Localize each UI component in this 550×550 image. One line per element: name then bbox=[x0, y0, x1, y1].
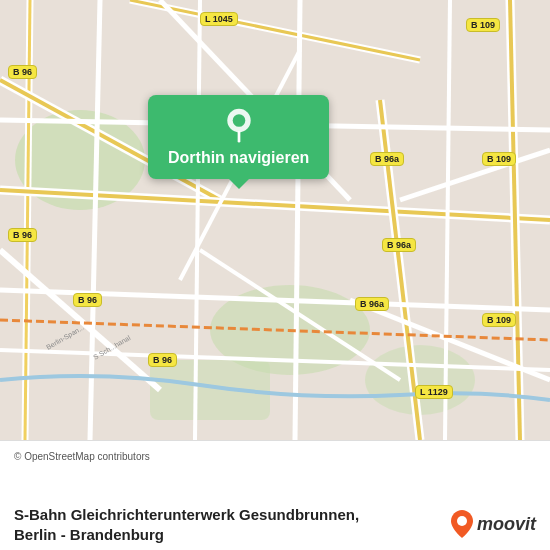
map-roads: Berlin-Span... S Sch...hanal bbox=[0, 0, 550, 440]
road-badge-b109-3: B 109 bbox=[482, 313, 516, 327]
location-pin-icon bbox=[221, 107, 257, 143]
svg-point-35 bbox=[457, 516, 467, 526]
road-badge-b96-3: B 96 bbox=[73, 293, 102, 307]
info-bar: © OpenStreetMap contributors S-Bahn Glei… bbox=[0, 440, 550, 550]
map-attribution: © OpenStreetMap contributors bbox=[14, 451, 536, 462]
road-badge-l1045: L 1045 bbox=[200, 12, 238, 26]
road-badge-b96-4: B 96 bbox=[148, 353, 177, 367]
road-badge-l1129: L 1129 bbox=[415, 385, 453, 399]
navigation-popup[interactable]: Dorthin navigieren bbox=[148, 95, 329, 179]
nav-button-label[interactable]: Dorthin navigieren bbox=[168, 149, 309, 167]
map-container[interactable]: Berlin-Span... S Sch...hanal B 96 B 96 B… bbox=[0, 0, 550, 440]
road-badge-b109-2: B 109 bbox=[482, 152, 516, 166]
svg-point-34 bbox=[232, 114, 245, 127]
road-badge-b96a-1: B 96a bbox=[370, 152, 404, 166]
road-badge-b96a-3: B 96a bbox=[355, 297, 389, 311]
road-badge-b96-2: B 96 bbox=[8, 228, 37, 242]
moovit-pin-icon bbox=[451, 510, 473, 538]
location-title-line1: S-Bahn Gleichrichterunterwerk Gesundbrun… bbox=[14, 506, 359, 523]
moovit-brand-name: moovit bbox=[477, 514, 536, 535]
road-badge-b109-1: B 109 bbox=[466, 18, 500, 32]
road-badge-b96-1: B 96 bbox=[8, 65, 37, 79]
road-badge-b96a-2: B 96a bbox=[382, 238, 416, 252]
moovit-logo: moovit bbox=[451, 510, 536, 538]
location-title-line2: Berlin - Brandenburg bbox=[14, 526, 164, 543]
